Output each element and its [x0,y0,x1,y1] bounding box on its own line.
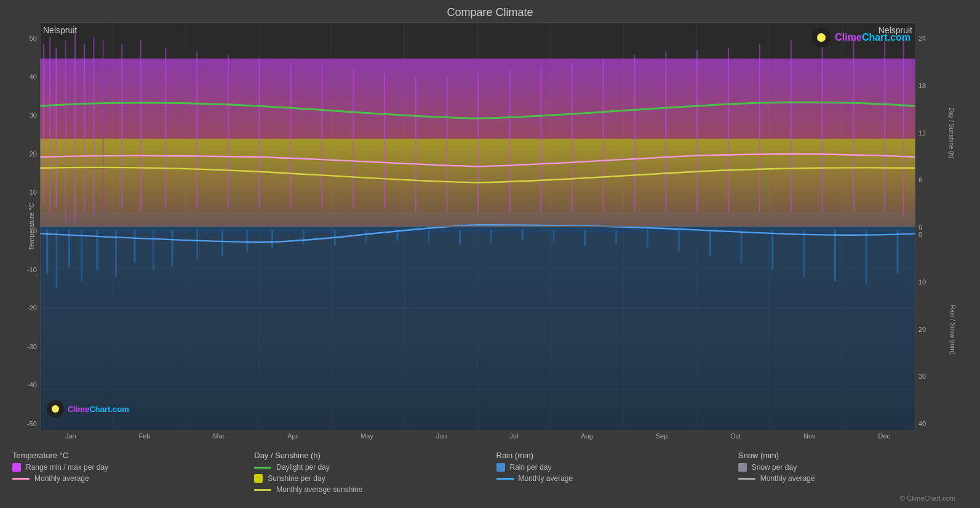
y-tick-10: 10 [30,188,37,196]
legend-rain-per-day: Rain per day [496,463,726,472]
svg-rect-44 [353,70,354,208]
right-tick-40: 40 [918,420,974,427]
svg-rect-29 [49,37,50,212]
watermark-brand-left: ClimeChart.com [68,405,129,414]
legend-sunshine-avg-label: Monthly average sunshine [276,485,362,494]
legend-temp-range-label: Range min / max per day [26,463,108,472]
legend-daylight-label: Daylight per day [276,463,330,472]
svg-point-1 [52,405,59,413]
svg-rect-83 [522,230,524,241]
svg-rect-61 [884,41,885,212]
svg-rect-81 [459,230,461,244]
y-tick-30: 30 [30,111,37,119]
legend-rain-avg-label: Monthly average [519,474,573,483]
svg-rect-53 [634,55,635,212]
svg-rect-45 [384,73,385,208]
svg-rect-86 [615,230,617,244]
svg-rect-47 [447,77,448,212]
right-tick-0-rain: 0 [918,231,974,238]
svg-rect-38 [165,47,166,208]
legend-sunshine-title: Day / Sunshine (h) [254,451,484,460]
legend-sunshine-per-day-label: Sunshine per day [268,474,325,483]
svg-rect-57 [759,44,760,212]
svg-rect-46 [415,77,416,212]
main-container: Compare Climate Temperature °C 50 40 30 … [0,0,980,508]
svg-rect-48 [478,73,479,212]
x-axis: Jan Feb Mar Apr May Jun Jul Aug Sep Oct … [34,430,922,441]
legend-rain-per-day-label: Rain per day [510,463,552,472]
svg-rect-70 [153,230,154,270]
svg-rect-60 [853,38,854,212]
y-tick-n50: -50 [27,420,37,427]
x-tick-feb: Feb [139,432,151,440]
legend-rain-swatch [496,463,505,472]
x-tick-apr: Apr [287,432,298,440]
legend-snow-avg-swatch [738,478,755,480]
svg-rect-95 [897,230,899,273]
legend-temp-title: Temperature °C [12,451,242,460]
legend-snow-per-day: Snow per day [738,463,968,472]
legend-rain-avg-swatch [496,478,514,480]
right-tick-18: 18 [918,82,974,89]
legend-temp-avg-swatch [12,478,30,480]
logo-icon-right [811,27,832,48]
x-tick-nov: Nov [803,432,816,440]
y-axis-right-label-day: Day / Sunshine (h) [948,107,955,158]
right-tick-24: 24 [918,34,974,42]
svg-rect-37 [140,41,141,212]
svg-rect-49 [509,70,510,212]
x-tick-dec: Dec [878,432,890,440]
page-title: Compare Climate [0,6,980,19]
svg-rect-63 [46,230,48,273]
legend-sunshine-per-day: Sunshine per day [254,474,484,483]
svg-rect-72 [196,230,198,259]
legend-snow-avg-label: Monthly average [760,474,815,483]
svg-rect-75 [271,230,273,248]
svg-rect-43 [321,66,322,208]
svg-rect-62 [903,37,904,216]
svg-rect-90 [740,230,742,262]
chart-svg [40,22,915,430]
x-tick-oct: Oct [730,432,741,440]
svg-rect-87 [647,230,648,248]
legend-temp-avg: Monthly average [12,474,242,483]
legend-rain-title: Rain (mm) [496,451,726,460]
legend-daylight-swatch [254,467,271,469]
legend-snow-per-day-label: Snow per day [752,463,797,472]
legend-temp-range-swatch [12,463,21,472]
svg-rect-39 [196,51,197,208]
svg-rect-36 [121,44,122,208]
svg-rect-41 [259,58,260,208]
legend-area: Temperature °C Range min / max per day M… [0,445,980,508]
x-tick-may: May [361,432,373,440]
y-tick-n40: -40 [27,381,37,389]
svg-rect-84 [552,230,554,243]
legend-rain-avg: Monthly average [496,474,726,483]
svg-rect-82 [490,230,492,243]
legend-temp-avg-label: Monthly average [34,474,89,483]
x-tick-mar: Mar [213,432,225,440]
svg-rect-42 [290,62,292,208]
watermark-brand-right: ClimeChart.com [835,32,910,43]
svg-rect-88 [678,230,680,252]
y-axis-left-label: Temperature °C [28,203,35,250]
y-tick-20: 20 [30,150,37,158]
y-tick-n30: -30 [27,343,37,350]
svg-rect-64 [55,230,57,288]
x-tick-sep: Sep [656,432,668,440]
right-tick-6: 6 [918,176,974,183]
svg-rect-50 [540,66,541,212]
svg-rect-58 [791,41,792,212]
legend-snow-title: Snow (mm) [738,451,968,460]
legend-daylight: Daylight per day [254,463,484,472]
legend-sunshine-rect-swatch [254,474,263,483]
legend-sunshine-avg: Monthly average sunshine [254,485,484,494]
right-tick-30: 30 [918,373,974,380]
svg-rect-59 [822,37,823,212]
svg-rect-40 [228,55,229,208]
svg-rect-31 [65,41,66,223]
y-tick-50: 50 [30,34,37,42]
svg-rect-51 [572,62,573,212]
watermark-bottom-left: ClimeChart.com [46,400,129,418]
legend-rain: Rain (mm) Rain per day Monthly average [496,451,726,502]
